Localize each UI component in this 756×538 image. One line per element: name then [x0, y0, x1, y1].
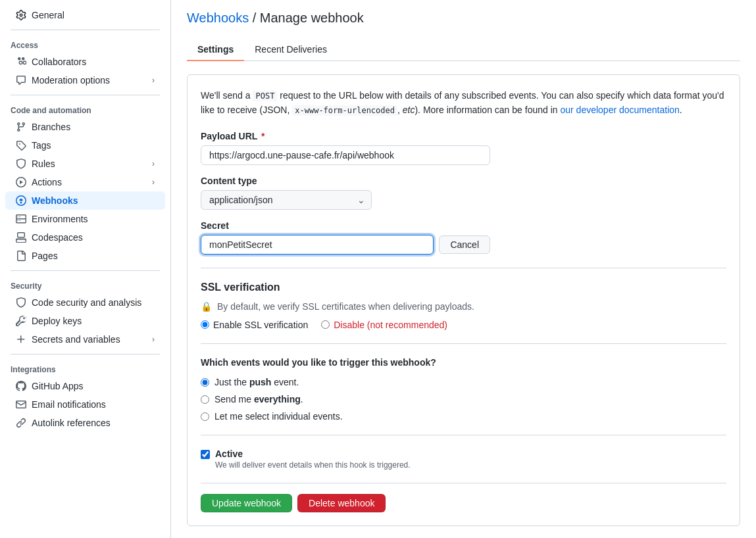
email-notifications-label: Email notifications — [32, 399, 155, 410]
sidebar-item-tags[interactable]: Tags — [5, 136, 165, 155]
events-title: Which events would you like to trigger t… — [201, 357, 726, 368]
sidebar-item-collaborators[interactable]: Collaborators — [5, 53, 165, 71]
sidebar-item-general[interactable]: General — [5, 5, 165, 24]
person-icon — [16, 57, 26, 67]
mail-icon — [16, 399, 26, 410]
ssl-disable-option[interactable]: Disable (not recommended) — [321, 320, 447, 330]
delete-webhook-button[interactable]: Delete webhook — [297, 494, 386, 512]
github-icon — [16, 381, 26, 391]
webhook-icon — [16, 195, 26, 206]
link-icon — [16, 418, 26, 428]
secret-input[interactable] — [201, 235, 434, 255]
active-label[interactable]: Active — [215, 449, 243, 459]
server-icon — [16, 214, 26, 224]
active-row: Active We will deliver event details whe… — [201, 449, 726, 470]
code-security-label: Code security and analysis — [32, 297, 155, 308]
actions-label: Actions — [32, 177, 147, 187]
sidebar-divider-2 — [11, 95, 160, 95]
sidebar-section-security: Security — [0, 276, 170, 293]
sidebar-item-deploy-keys[interactable]: Deploy keys — [5, 312, 165, 330]
pages-icon — [16, 251, 26, 261]
codespaces-icon — [16, 232, 26, 243]
sidebar-item-email-notifications[interactable]: Email notifications — [5, 395, 165, 414]
form-divider-2 — [201, 343, 726, 344]
ssl-enable-option[interactable]: Enable SSL verification — [201, 320, 308, 330]
codespaces-label: Codespaces — [32, 232, 155, 243]
actions-chevron-icon: › — [152, 178, 155, 187]
sidebar-section-code-automation: Code and automation — [0, 101, 170, 118]
autolink-references-label: Autolink references — [32, 418, 155, 428]
sidebar-item-actions[interactable]: Actions › — [5, 173, 165, 191]
content-type-select-wrap: application/json application/x-www-form-… — [201, 190, 372, 210]
payload-url-input[interactable] — [201, 145, 490, 165]
event-push-radio[interactable] — [201, 378, 209, 387]
sidebar-section-integrations: Integrations — [0, 360, 170, 377]
moderation-chevron-icon: › — [152, 76, 155, 85]
sidebar-divider-4 — [11, 354, 160, 355]
ssl-verification-group: SSL verification 🔒 By default, we verify… — [201, 281, 726, 330]
sidebar-item-rules[interactable]: Rules › — [5, 155, 165, 173]
tags-label: Tags — [32, 140, 155, 151]
key-icon — [16, 316, 26, 326]
code-security-icon — [16, 297, 26, 308]
secret-group: Secret Cancel — [201, 220, 726, 255]
plus-circle-icon — [16, 334, 26, 345]
active-description: We will deliver event details when this … — [215, 460, 411, 470]
content-type-group: Content type application/json applicatio… — [201, 176, 726, 210]
main-content: Webhooks / Manage webhook Settings Recen… — [171, 0, 756, 538]
content-type-label: Content type — [201, 176, 726, 186]
branch-icon — [16, 122, 26, 132]
sidebar-item-secrets[interactable]: Secrets and variables › — [5, 330, 165, 349]
event-individual-radio[interactable] — [201, 412, 209, 421]
rules-label: Rules — [32, 159, 147, 169]
tabs-container: Settings Recent Deliveries — [187, 39, 740, 61]
ssl-enable-radio[interactable] — [201, 320, 209, 329]
github-apps-label: GitHub Apps — [32, 381, 155, 391]
sidebar-item-codespaces[interactable]: Codespaces — [5, 228, 165, 247]
sidebar-item-branches[interactable]: Branches — [5, 118, 165, 136]
form-urlencoded-code: x-www-form-urlencoded — [292, 105, 397, 116]
tab-recent-deliveries[interactable]: Recent Deliveries — [244, 39, 338, 61]
sidebar-item-environments[interactable]: Environments — [5, 210, 165, 228]
sidebar-item-autolink-references[interactable]: Autolink references — [5, 414, 165, 432]
sidebar-divider-3 — [11, 270, 160, 271]
events-group: Which events would you like to trigger t… — [201, 357, 726, 422]
event-individual-label: Let me select individual events. — [214, 411, 343, 422]
sidebar-item-moderation-options[interactable]: Moderation options › — [5, 71, 165, 89]
collaborators-label: Collaborators — [32, 57, 155, 67]
environments-label: Environments — [32, 214, 155, 224]
actions-play-icon — [16, 177, 26, 187]
ssl-radio-group: Enable SSL verification Disable (not rec… — [201, 320, 726, 330]
event-everything-radio[interactable] — [201, 395, 209, 404]
cancel-button[interactable]: Cancel — [439, 235, 490, 254]
form-divider-1 — [201, 268, 726, 268]
sidebar-item-code-security[interactable]: Code security and analysis — [5, 293, 165, 312]
ssl-description: 🔒 By default, we verify SSL certificates… — [201, 301, 726, 312]
update-webhook-button[interactable]: Update webhook — [201, 494, 292, 512]
event-everything-label: Send me everything. — [214, 394, 303, 404]
secrets-label: Secrets and variables — [32, 334, 147, 345]
ssl-section-title: SSL verification — [201, 281, 726, 293]
sidebar: General Access Collaborators Moderation … — [0, 0, 171, 538]
ssl-disable-radio[interactable] — [321, 320, 330, 329]
active-checkbox[interactable] — [201, 450, 210, 459]
tab-settings[interactable]: Settings — [187, 39, 244, 61]
event-option-everything: Send me everything. — [201, 394, 726, 404]
page-title: Manage webhook — [260, 11, 364, 25]
sidebar-item-github-apps[interactable]: GitHub Apps — [5, 377, 165, 395]
webhooks-label: Webhooks — [32, 195, 155, 206]
post-code: POST — [253, 91, 277, 101]
tag-icon — [16, 140, 26, 151]
sidebar-item-pages[interactable]: Pages — [5, 247, 165, 265]
lock-icon: 🔒 — [201, 301, 212, 312]
developer-docs-link[interactable]: our developer documentation — [560, 105, 679, 115]
branches-label: Branches — [32, 122, 155, 132]
secret-label: Secret — [201, 220, 726, 231]
form-actions: Update webhook Delete webhook — [201, 483, 726, 512]
content-type-select[interactable]: application/json application/x-www-form-… — [201, 190, 372, 210]
breadcrumb-link[interactable]: Webhooks — [187, 11, 249, 25]
sidebar-item-webhooks[interactable]: Webhooks — [5, 191, 165, 210]
event-option-individual: Let me select individual events. — [201, 411, 726, 422]
rules-chevron-icon: › — [152, 159, 155, 168]
secrets-chevron-icon: › — [152, 335, 155, 344]
